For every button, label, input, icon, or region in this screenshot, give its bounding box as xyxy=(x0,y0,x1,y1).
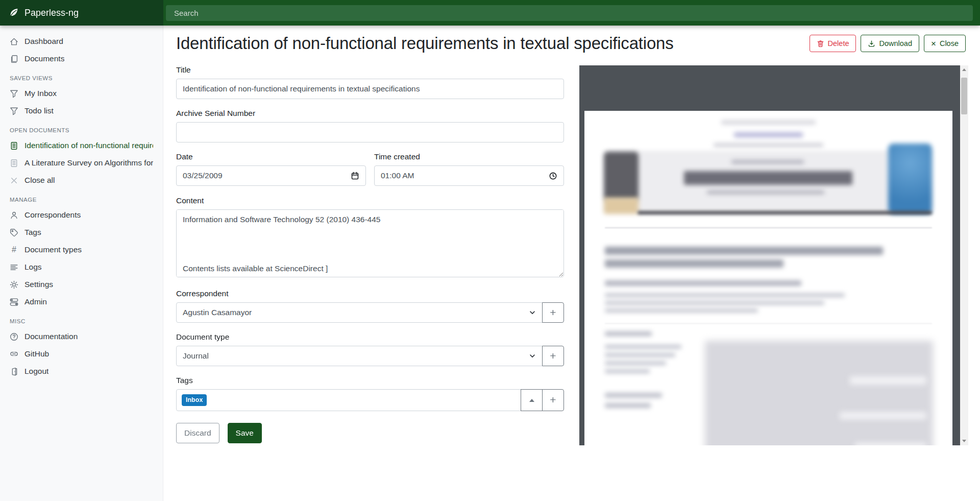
blurred-affiliation-line xyxy=(605,293,845,297)
list-lines-icon xyxy=(10,263,18,272)
add-correspondent-button[interactable]: + xyxy=(542,302,564,323)
leaf-icon xyxy=(9,8,19,18)
add-document-type-button[interactable]: + xyxy=(542,346,564,366)
section-heading-saved-views: SAVED VIEWS xyxy=(0,67,163,85)
blurred-affiliation-line xyxy=(605,308,758,313)
content-label: Content xyxy=(176,196,564,205)
date-label: Date xyxy=(176,152,366,161)
blurred-publisher-logo xyxy=(604,152,639,200)
sidebar-item-todo-list[interactable]: Todo list xyxy=(0,102,163,120)
blurred-journal-title xyxy=(684,171,852,185)
sidebar-item-admin[interactable]: Admin xyxy=(0,293,163,311)
blurred-article-title-line xyxy=(605,247,883,255)
content-field-group: Content Information and Software Technol… xyxy=(176,196,564,279)
document-type-value: Journal xyxy=(183,351,209,361)
add-tag-button[interactable]: + xyxy=(542,389,564,411)
sidebar-item-tags[interactable]: Tags xyxy=(0,224,163,241)
document-type-label: Document type xyxy=(176,332,564,342)
pdf-scrollbar[interactable] xyxy=(960,65,968,445)
sidebar-item-close-all[interactable]: Close all xyxy=(0,172,163,189)
download-icon xyxy=(868,40,875,47)
blurred-affiliation-line xyxy=(605,301,824,305)
tag-chip-inbox[interactable]: Inbox xyxy=(182,394,207,405)
blurred-sidebar-heading xyxy=(605,331,652,336)
download-button[interactable]: Download xyxy=(861,35,919,52)
blurred-article-title-line xyxy=(605,259,783,268)
x-icon: × xyxy=(931,39,936,48)
sidebar-item-dashboard[interactable]: Dashboard xyxy=(0,33,163,50)
tags-input[interactable]: Inbox xyxy=(176,389,521,411)
section-heading-manage: MANAGE xyxy=(0,189,163,206)
sidebar-item-github[interactable]: GitHub xyxy=(0,345,163,363)
question-circle-icon xyxy=(10,332,18,341)
blurred-gap xyxy=(850,376,926,385)
tags-dropdown-button[interactable] xyxy=(521,389,543,411)
file-text-icon xyxy=(10,141,18,150)
blurred-sidebar-line xyxy=(605,403,651,408)
sidebar-item-logs[interactable]: Logs xyxy=(0,258,163,276)
sidebar-item-open-document-1[interactable]: Identification of non-functional require… xyxy=(0,137,163,154)
plus-icon: + xyxy=(550,394,556,405)
blurred-abstract-block xyxy=(705,341,933,445)
content-textarea[interactable]: Information and Software Technology 52 (… xyxy=(176,209,564,277)
content-row: Title Archive Serial Number Date 03/25/2… xyxy=(163,65,980,459)
blurred-text-line xyxy=(714,143,823,147)
pdf-page xyxy=(584,111,952,445)
sidebar-item-logout[interactable]: Logout xyxy=(0,363,163,380)
document-header: Identification of non-functional require… xyxy=(163,26,980,53)
date-input[interactable]: 03/25/2009 xyxy=(176,165,366,186)
blurred-text-line xyxy=(731,160,804,164)
calendar-icon xyxy=(351,172,359,180)
search-input[interactable] xyxy=(166,5,973,21)
sidebar-item-documentation[interactable]: Documentation xyxy=(0,328,163,345)
top-navbar: Paperless-ng xyxy=(0,0,980,26)
sidebar-item-open-document-2[interactable]: A Literature Survey on Algorithms for Mu… xyxy=(0,154,163,172)
close-button[interactable]: × Close xyxy=(924,35,966,52)
plus-icon: + xyxy=(550,307,556,318)
person-icon xyxy=(10,211,18,220)
x-icon xyxy=(10,176,18,185)
discard-button[interactable]: Discard xyxy=(176,423,219,443)
sidebar-item-correspondents[interactable]: Correspondents xyxy=(0,206,163,224)
document-type-select[interactable]: Journal xyxy=(176,346,543,366)
blurred-header-rule xyxy=(638,211,932,214)
sidebar-item-settings[interactable]: Settings xyxy=(0,276,163,293)
delete-button[interactable]: Delete xyxy=(810,35,856,52)
save-button[interactable]: Save xyxy=(228,423,262,443)
scroll-up-icon[interactable] xyxy=(962,68,966,71)
time-value: 01:00 AM xyxy=(381,171,414,180)
blurred-authors-line xyxy=(605,280,801,286)
sidebar-item-documents[interactable]: Documents xyxy=(0,50,163,67)
correspondent-select[interactable]: Agustin Casamayor xyxy=(176,302,543,323)
blurred-thin-rule xyxy=(605,323,932,324)
clock-icon xyxy=(549,172,557,180)
trash-icon xyxy=(817,40,824,47)
link-icon xyxy=(10,350,18,359)
document-edit-form: Title Archive Serial Number Date 03/25/2… xyxy=(176,65,564,459)
toggles-icon xyxy=(10,298,18,306)
search-bar xyxy=(163,5,980,21)
tags-label: Tags xyxy=(176,376,564,385)
pdf-preview[interactable] xyxy=(579,65,968,445)
funnel-icon xyxy=(10,89,18,98)
scrollbar-thumb[interactable] xyxy=(961,78,967,114)
sidebar: Dashboard Documents SAVED VIEWS My Inbox… xyxy=(0,26,163,501)
app-brand[interactable]: Paperless-ng xyxy=(0,0,163,26)
blurred-sidebar-line xyxy=(605,353,675,357)
file-text-icon xyxy=(10,159,18,168)
scroll-down-icon[interactable] xyxy=(962,440,966,442)
sidebar-item-my-inbox[interactable]: My Inbox xyxy=(0,85,163,102)
chevron-down-icon xyxy=(529,352,536,360)
title-label: Title xyxy=(176,65,564,75)
blurred-sidebar-line xyxy=(605,345,681,349)
time-input[interactable]: 01:00 AM xyxy=(374,165,564,186)
sidebar-item-document-types[interactable]: # Document types xyxy=(0,241,163,258)
section-heading-misc: MISC xyxy=(0,311,163,328)
section-heading-open-documents: OPEN DOCUMENTS xyxy=(0,120,163,137)
blurred-sidebar-line xyxy=(605,361,666,365)
title-input[interactable] xyxy=(176,79,564,99)
page-title: Identification of non-functional require… xyxy=(176,34,674,53)
asn-label: Archive Serial Number xyxy=(176,109,564,118)
funnel-icon xyxy=(10,107,18,115)
asn-input[interactable] xyxy=(176,122,564,142)
